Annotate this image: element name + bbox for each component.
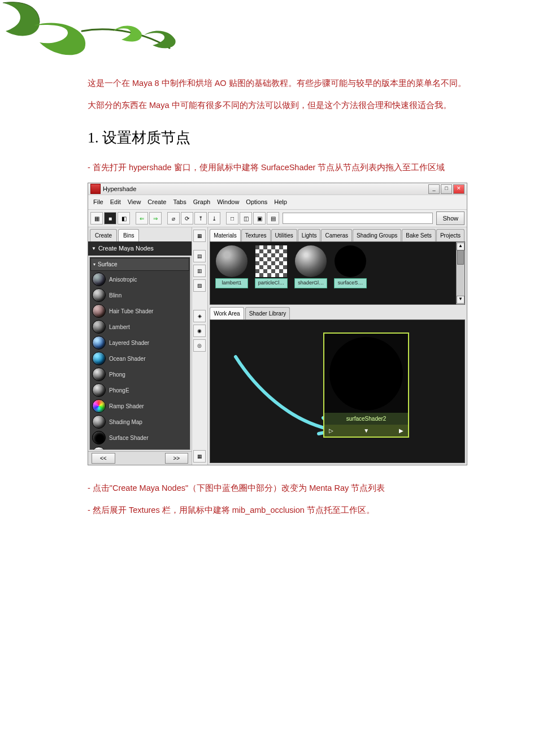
rp-tab-projects[interactable]: Projects — [436, 229, 464, 241]
tb-redraw-icon[interactable]: ⟳ — [181, 212, 193, 224]
node-item[interactable]: Use Background — [90, 446, 190, 450]
tb-layout-a-icon[interactable]: □ — [226, 212, 238, 224]
heading-number: 1. — [88, 129, 99, 146]
node-swatch — [329, 337, 403, 411]
mid-icon-1[interactable]: ▦ — [193, 230, 206, 242]
node-item-label: Ramp Shader — [109, 401, 144, 411]
menu-file[interactable]: File — [90, 196, 106, 208]
tb-clear-icon[interactable]: ⌀ — [167, 212, 180, 224]
footer-prev-button[interactable]: << — [92, 453, 115, 464]
mid-icon-6[interactable]: ◉ — [193, 325, 206, 337]
mid-icon-4[interactable]: ▧ — [193, 279, 206, 292]
node-item-label: Shading Map — [109, 417, 142, 427]
node-output-icon[interactable]: ▶ — [399, 426, 403, 435]
menubar: File Edit View Create Tabs Graph Window … — [88, 195, 467, 210]
material-thumb[interactable]: particleCl… — [253, 245, 289, 301]
rp-tab-utilities[interactable]: Utilities — [271, 229, 297, 241]
scroll-down-icon[interactable]: ▼ — [457, 296, 464, 304]
tb-black-icon[interactable]: ■ — [104, 212, 116, 224]
toolbar-show-button[interactable]: Show — [436, 211, 464, 226]
left-tab-create[interactable]: Create — [90, 229, 117, 241]
node-input-icon[interactable]: ▷ — [329, 426, 333, 435]
node-swatch-icon — [92, 368, 106, 381]
tb-layout-d-icon[interactable]: ▤ — [267, 212, 279, 224]
node-item[interactable]: Lambert — [90, 319, 190, 335]
app-icon — [90, 184, 101, 194]
rp-tab-cameras[interactable]: Cameras — [321, 229, 352, 241]
footer-next-button[interactable]: >> — [165, 453, 189, 464]
wa-tab-shaderlib[interactable]: Shader Library — [245, 307, 290, 319]
maximize-button[interactable]: □ — [441, 184, 452, 194]
node-swatch-icon — [92, 336, 106, 349]
menu-graph[interactable]: Graph — [190, 196, 214, 208]
create-panel-footer: << >> — [88, 451, 192, 465]
menu-tabs[interactable]: Tabs — [170, 196, 189, 208]
tb-graphdn-icon[interactable]: ⤓ — [208, 212, 220, 224]
node-item[interactable]: Phong — [90, 366, 190, 382]
mid-icon-7[interactable]: ◎ — [193, 339, 206, 352]
heading-text: 设置材质节点 — [102, 129, 190, 146]
tb-grid-icon[interactable]: ▦ — [90, 212, 103, 224]
section-heading: 1.设置材质节点 — [88, 126, 466, 150]
material-thumb[interactable]: shaderGl… — [293, 245, 329, 301]
chevron-down-icon: ▾ — [93, 261, 95, 269]
mid-icon-column: ▦ ▤ ▥ ▧ ◈ ◉ ◎ ▦ — [192, 227, 208, 465]
rp-tab-textures[interactable]: Textures — [241, 229, 271, 241]
menu-options[interactable]: Options — [243, 196, 270, 208]
rp-tab-bakesets[interactable]: Bake Sets — [402, 229, 436, 241]
material-label: particleCl… — [255, 278, 288, 288]
menu-view[interactable]: View — [125, 196, 144, 208]
category-surface-label: Surface — [98, 260, 117, 269]
work-area[interactable]: surfaceShader2 ▷ ▼ ▶ — [210, 319, 465, 463]
node-swatch-icon — [92, 447, 106, 450]
scrollbar[interactable]: ▲ ▼ — [456, 242, 464, 304]
mid-icon-2[interactable]: ▤ — [193, 250, 206, 262]
tb-layout-c-icon[interactable]: ▣ — [253, 212, 266, 224]
rp-tab-shadinggroups[interactable]: Shading Groups — [353, 229, 401, 241]
window-titlebar[interactable]: Hypershade _ □ ✕ — [88, 183, 467, 195]
scroll-thumb[interactable] — [457, 250, 464, 265]
tb-back-icon[interactable]: ⇐ — [136, 212, 148, 224]
node-item[interactable]: Anisotropic — [90, 271, 190, 287]
node-item[interactable]: Blinn — [90, 287, 190, 303]
toolbar-search-input[interactable] — [283, 213, 433, 224]
node-item[interactable]: Shading Map — [90, 414, 190, 430]
menu-edit[interactable]: Edit — [107, 196, 124, 208]
material-thumb[interactable]: lambert1 — [214, 245, 250, 301]
node-item[interactable]: Ramp Shader — [90, 398, 190, 414]
rp-tab-materials[interactable]: Materials — [210, 229, 241, 241]
menu-help[interactable]: Help — [271, 196, 290, 208]
wa-tab-workarea[interactable]: Work Area — [210, 307, 244, 319]
create-maya-nodes-header[interactable]: Create Maya Nodes — [88, 241, 192, 256]
node-item-label: Layered Shader — [109, 338, 149, 348]
close-button[interactable]: ✕ — [453, 184, 464, 194]
node-item[interactable]: Layered Shader — [90, 335, 190, 351]
node-item-label: Ocean Shader — [109, 354, 146, 364]
create-panel: Create Bins Create Maya Nodes ▾Surface A… — [88, 227, 192, 465]
surfaceshader-node[interactable]: surfaceShader2 ▷ ▼ ▶ — [323, 332, 409, 438]
node-swatch-icon — [92, 415, 106, 429]
node-item[interactable]: Surface Shader — [90, 430, 190, 446]
minimize-button[interactable]: _ — [428, 184, 440, 194]
tb-bw-icon[interactable]: ◧ — [118, 212, 130, 224]
page-content: 这是一个在 Maya 8 中制作和烘培 AO 贴图的基础教程。有些步骤可能与较早… — [88, 0, 466, 517]
rp-tab-lights[interactable]: Lights — [298, 229, 321, 241]
node-item[interactable]: PhongE — [90, 382, 190, 398]
node-item[interactable]: Ocean Shader — [90, 351, 190, 366]
left-tab-bins[interactable]: Bins — [118, 229, 139, 241]
material-thumb[interactable]: surfaceS… — [332, 245, 368, 301]
tb-fwd-icon[interactable]: ⇒ — [149, 212, 162, 224]
tb-layout-b-icon[interactable]: ◫ — [240, 212, 252, 224]
scroll-up-icon[interactable]: ▲ — [457, 243, 464, 250]
tb-graphup-icon[interactable]: ⤒ — [194, 212, 207, 224]
mid-icon-5[interactable]: ◈ — [193, 310, 206, 322]
node-drop-icon[interactable]: ▼ — [363, 426, 369, 435]
node-item[interactable]: Hair Tube Shader — [90, 303, 190, 319]
menu-window[interactable]: Window — [214, 196, 242, 208]
mid-icon-8[interactable]: ▦ — [193, 450, 206, 463]
menu-create[interactable]: Create — [145, 196, 169, 208]
materials-view[interactable]: lambert1particleCl…shaderGl…surfaceS… ▲ … — [210, 241, 465, 305]
material-swatch — [216, 245, 248, 277]
category-surface[interactable]: ▾Surface — [90, 258, 189, 271]
mid-icon-3[interactable]: ▥ — [193, 265, 206, 277]
